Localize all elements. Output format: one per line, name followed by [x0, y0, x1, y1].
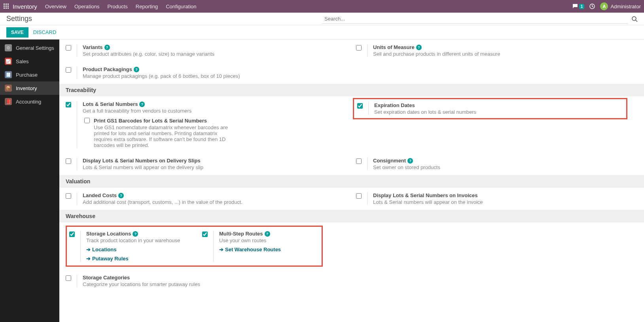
- svg-rect-1: [6, 4, 7, 5]
- setting-desc: Lots & Serial numbers will appear on the…: [83, 164, 340, 170]
- setting-lots: Lots & Serial Numbers? Get a full tracea…: [66, 101, 340, 148]
- setting-storage-locations: Storage Locations? Track product locatio…: [69, 231, 186, 262]
- sidebar-item-label: Inventory: [16, 85, 37, 91]
- setting-variants: Variants? Set product attributes (e.g. c…: [66, 44, 340, 57]
- setting-display-slips: Display Lots & Serial Numbers on Deliver…: [66, 158, 340, 170]
- setting-title: Storage Categories: [83, 275, 130, 281]
- help-icon[interactable]: ?: [416, 45, 422, 50]
- checkbox-gs1[interactable]: [84, 118, 90, 123]
- checkbox-uom[interactable]: [356, 45, 362, 51]
- main-content: Variants? Set product attributes (e.g. c…: [59, 40, 644, 322]
- setting-packagings: Product Packagings? Manage product packa…: [66, 66, 340, 79]
- svg-rect-4: [6, 6, 7, 7]
- svg-point-10: [632, 17, 636, 21]
- setting-desc: Add additional cost (transport, customs,…: [83, 199, 340, 205]
- help-icon[interactable]: ?: [134, 67, 139, 72]
- svg-rect-5: [8, 6, 9, 7]
- sidebar-item-label: Accounting: [16, 99, 41, 105]
- save-button[interactable]: SAVE: [6, 27, 28, 38]
- user-label: Administrator: [610, 4, 641, 9]
- app-brand[interactable]: Inventory: [13, 3, 37, 10]
- checkbox-variants[interactable]: [66, 45, 71, 51]
- section-traceability: Traceability: [59, 84, 644, 96]
- actionbar: SAVE DISCARD: [0, 25, 644, 40]
- checkbox-consignment[interactable]: [356, 158, 362, 164]
- sidebar: ⚙ General Settings 📈 Sales 🧾 Purchase 📦 …: [0, 40, 59, 322]
- help-icon[interactable]: ?: [139, 102, 145, 107]
- accounting-icon: 📕: [5, 98, 12, 105]
- sidebar-item-purchase[interactable]: 🧾 Purchase: [0, 68, 59, 81]
- sidebar-item-accounting[interactable]: 📕 Accounting: [0, 95, 59, 108]
- inventory-icon: 📦: [5, 85, 12, 92]
- sub-desc: Use GS1 nomenclature datamatrix whenever…: [94, 124, 228, 148]
- setting-title: Lots & Serial Numbers: [83, 101, 138, 107]
- checkbox-storage-loc[interactable]: [69, 232, 75, 237]
- link-set-routes[interactable]: ➔Set Warehouse Routes: [219, 247, 319, 252]
- help-icon[interactable]: ?: [133, 231, 138, 237]
- sidebar-item-label: General Settings: [16, 45, 54, 51]
- user-menu[interactable]: A Administrator: [600, 2, 641, 10]
- discard-button[interactable]: DISCARD: [33, 29, 57, 35]
- section-warehouse: Warehouse: [59, 210, 644, 222]
- page-title: Settings: [6, 15, 32, 23]
- sidebar-item-sales[interactable]: 📈 Sales: [0, 55, 59, 68]
- messaging-icon[interactable]: 1: [572, 3, 585, 9]
- setting-display-invoices: Display Lots & Serial Numbers on Invoice…: [356, 192, 631, 205]
- nav-configuration[interactable]: Configuration: [166, 4, 196, 9]
- avatar: A: [600, 2, 608, 10]
- arrow-icon: ➔: [86, 256, 91, 262]
- svg-rect-6: [4, 8, 5, 9]
- setting-storage-categories: Storage Categories Categorize your locat…: [66, 275, 340, 287]
- checkbox-display-inv[interactable]: [356, 193, 362, 199]
- setting-title: Units of Measure: [373, 44, 415, 50]
- setting-title: Display Lots & Serial Numbers on Invoice…: [373, 192, 477, 198]
- link-locations[interactable]: ➔Locations: [86, 247, 186, 252]
- badge-count: 1: [579, 4, 585, 9]
- nav-overview[interactable]: Overview: [45, 4, 66, 9]
- setting-landed-costs: Landed Costs? Add additional cost (trans…: [66, 192, 340, 205]
- checkbox-expiration[interactable]: [357, 103, 363, 109]
- sidebar-item-label: Sales: [16, 58, 29, 64]
- checkbox-routes[interactable]: [202, 232, 208, 237]
- setting-title: Display Lots & Serial Numbers on Deliver…: [83, 158, 201, 164]
- help-icon[interactable]: ?: [265, 231, 270, 237]
- help-icon[interactable]: ?: [104, 45, 110, 50]
- search-icon[interactable]: [631, 16, 638, 22]
- activity-icon[interactable]: [589, 3, 595, 9]
- nav-products[interactable]: Products: [107, 4, 127, 9]
- search-input[interactable]: [322, 14, 628, 24]
- setting-desc: Categorize your locations for smarter pu…: [83, 281, 340, 287]
- help-icon[interactable]: ?: [118, 193, 124, 198]
- nav-operations[interactable]: Operations: [74, 4, 100, 9]
- setting-desc: Set owner on stored products: [373, 164, 631, 170]
- sidebar-item-general[interactable]: ⚙ General Settings: [0, 41, 59, 55]
- svg-rect-2: [8, 4, 9, 5]
- sales-icon: 📈: [5, 58, 12, 65]
- setting-title: Consignment: [373, 158, 406, 164]
- svg-rect-3: [4, 6, 5, 7]
- sub-option-gs1: Print GS1 Barcodes for Lots & Serial Num…: [84, 118, 340, 148]
- section-valuation: Valuation: [59, 175, 644, 188]
- apps-icon[interactable]: [3, 3, 9, 9]
- link-putaway[interactable]: ➔Putaway Rules: [86, 256, 186, 262]
- setting-desc: Get a full traceability from vendors to …: [83, 108, 340, 114]
- setting-desc: Lots & Serial numbers will appear on the…: [373, 199, 631, 205]
- checkbox-storage-cat[interactable]: [66, 275, 71, 281]
- svg-rect-7: [6, 8, 7, 9]
- checkbox-display-slips[interactable]: [66, 158, 71, 164]
- nav-reporting[interactable]: Reporting: [136, 4, 158, 9]
- setting-title: Multi-Step Routes: [219, 231, 263, 237]
- subheader: Settings: [0, 13, 644, 25]
- setting-title: Landed Costs: [83, 192, 117, 198]
- setting-desc: Track product location in your warehouse: [86, 237, 186, 243]
- checkbox-lots[interactable]: [66, 102, 71, 107]
- checkbox-packagings[interactable]: [66, 67, 71, 73]
- checkbox-landed[interactable]: [66, 193, 71, 199]
- setting-title: Variants: [83, 44, 103, 50]
- help-icon[interactable]: ?: [407, 158, 413, 164]
- sidebar-item-label: Purchase: [16, 72, 38, 78]
- setting-desc: Set product attributes (e.g. color, size…: [83, 51, 340, 57]
- svg-rect-8: [8, 8, 9, 9]
- sidebar-item-inventory[interactable]: 📦 Inventory: [0, 81, 59, 95]
- sub-title: Print GS1 Barcodes for Lots & Serial Num…: [94, 118, 228, 124]
